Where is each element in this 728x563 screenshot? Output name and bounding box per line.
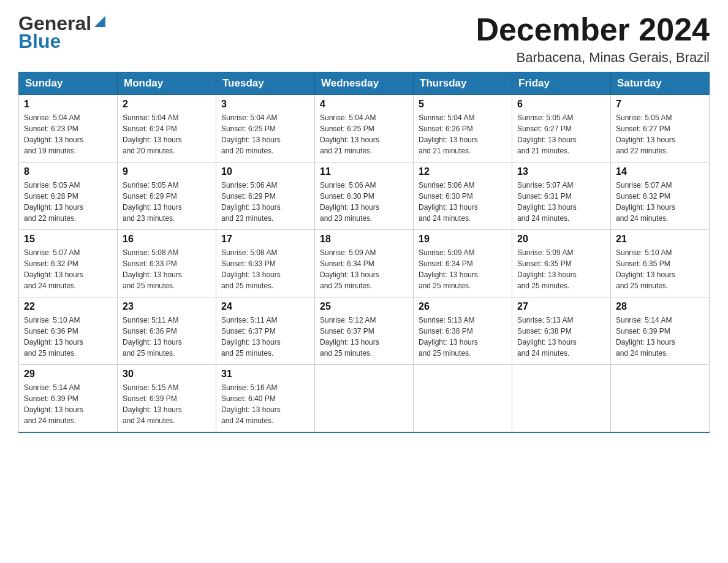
logo: General Blue [18,12,110,53]
day-number: 20 [517,234,605,245]
day-number: 12 [419,166,507,177]
day-info: Sunrise: 5:10 AM Sunset: 6:36 PM Dayligh… [24,315,112,359]
day-number: 9 [123,166,211,177]
calendar-cell: 31 Sunrise: 5:16 AM Sunset: 6:40 PM Dayl… [216,365,315,432]
calendar-cell: 26 Sunrise: 5:13 AM Sunset: 6:38 PM Dayl… [414,297,512,365]
day-info: Sunrise: 5:04 AM Sunset: 6:24 PM Dayligh… [123,112,211,156]
day-number: 5 [419,99,507,110]
day-info: Sunrise: 5:07 AM Sunset: 6:32 PM Dayligh… [616,180,704,224]
day-number: 22 [24,301,112,312]
calendar-cell: 19 Sunrise: 5:09 AM Sunset: 6:34 PM Dayl… [414,230,512,297]
calendar-cell: 7 Sunrise: 5:05 AM Sunset: 6:27 PM Dayli… [611,95,710,163]
logo-blue-text: Blue [18,30,107,53]
day-number: 28 [616,301,704,312]
day-header-saturday: Saturday [611,72,710,95]
calendar-cell: 17 Sunrise: 5:08 AM Sunset: 6:33 PM Dayl… [216,230,315,297]
calendar-cell [512,365,611,432]
day-number: 31 [221,369,309,380]
calendar-cell: 29 Sunrise: 5:14 AM Sunset: 6:39 PM Dayl… [19,365,118,432]
day-number: 21 [616,234,704,245]
calendar-cell: 2 Sunrise: 5:04 AM Sunset: 6:24 PM Dayli… [118,95,216,163]
day-number: 29 [24,369,112,380]
calendar-cell: 18 Sunrise: 5:09 AM Sunset: 6:34 PM Dayl… [315,230,414,297]
logo-icon: General Blue [18,12,107,53]
day-number: 26 [419,301,507,312]
month-title: December 2024 [476,12,710,47]
calendar-table: SundayMondayTuesdayWednesdayThursdayFrid… [18,72,710,433]
calendar-week-row: 1 Sunrise: 5:04 AM Sunset: 6:23 PM Dayli… [19,95,710,163]
page-header: General Blue December 2024 Barbacena, Mi… [18,12,710,66]
calendar-cell [315,365,414,432]
day-number: 24 [221,301,309,312]
day-header-monday: Monday [118,72,216,95]
day-info: Sunrise: 5:09 AM Sunset: 6:34 PM Dayligh… [320,247,408,291]
svg-marker-0 [94,16,105,27]
day-info: Sunrise: 5:10 AM Sunset: 6:35 PM Dayligh… [616,247,704,291]
calendar-week-row: 22 Sunrise: 5:10 AM Sunset: 6:36 PM Dayl… [19,297,710,365]
day-info: Sunrise: 5:08 AM Sunset: 6:33 PM Dayligh… [221,247,309,291]
day-info: Sunrise: 5:05 AM Sunset: 6:27 PM Dayligh… [616,112,704,156]
day-info: Sunrise: 5:09 AM Sunset: 6:35 PM Dayligh… [517,247,605,291]
day-info: Sunrise: 5:11 AM Sunset: 6:37 PM Dayligh… [221,315,309,359]
calendar-cell: 30 Sunrise: 5:15 AM Sunset: 6:39 PM Dayl… [118,365,216,432]
calendar-cell: 1 Sunrise: 5:04 AM Sunset: 6:23 PM Dayli… [19,95,118,163]
day-info: Sunrise: 5:08 AM Sunset: 6:33 PM Dayligh… [123,247,211,291]
calendar-cell: 3 Sunrise: 5:04 AM Sunset: 6:25 PM Dayli… [216,95,315,163]
day-info: Sunrise: 5:04 AM Sunset: 6:25 PM Dayligh… [221,112,309,156]
day-info: Sunrise: 5:14 AM Sunset: 6:39 PM Dayligh… [616,315,704,359]
calendar-cell: 28 Sunrise: 5:14 AM Sunset: 6:39 PM Dayl… [611,297,710,365]
calendar-cell: 4 Sunrise: 5:04 AM Sunset: 6:25 PM Dayli… [315,95,414,163]
calendar-cell: 20 Sunrise: 5:09 AM Sunset: 6:35 PM Dayl… [512,230,611,297]
day-info: Sunrise: 5:16 AM Sunset: 6:40 PM Dayligh… [221,382,309,426]
calendar-cell: 25 Sunrise: 5:12 AM Sunset: 6:37 PM Dayl… [315,297,414,365]
day-number: 11 [320,166,408,177]
calendar-cell [414,365,512,432]
day-info: Sunrise: 5:04 AM Sunset: 6:25 PM Dayligh… [320,112,408,156]
day-info: Sunrise: 5:05 AM Sunset: 6:29 PM Dayligh… [123,180,211,224]
calendar-week-row: 29 Sunrise: 5:14 AM Sunset: 6:39 PM Dayl… [19,365,710,432]
day-header-friday: Friday [512,72,611,95]
day-number: 14 [616,166,704,177]
day-number: 10 [221,166,309,177]
day-number: 6 [517,99,605,110]
day-header-thursday: Thursday [414,72,512,95]
calendar-cell: 24 Sunrise: 5:11 AM Sunset: 6:37 PM Dayl… [216,297,315,365]
calendar-cell: 13 Sunrise: 5:07 AM Sunset: 6:31 PM Dayl… [512,163,611,230]
calendar-cell: 22 Sunrise: 5:10 AM Sunset: 6:36 PM Dayl… [19,297,118,365]
calendar-cell: 6 Sunrise: 5:05 AM Sunset: 6:27 PM Dayli… [512,95,611,163]
calendar-cell: 11 Sunrise: 5:06 AM Sunset: 6:30 PM Dayl… [315,163,414,230]
calendar-week-row: 15 Sunrise: 5:07 AM Sunset: 6:32 PM Dayl… [19,230,710,297]
day-info: Sunrise: 5:13 AM Sunset: 6:38 PM Dayligh… [419,315,507,359]
day-number: 8 [24,166,112,177]
day-number: 18 [320,234,408,245]
calendar-cell: 8 Sunrise: 5:05 AM Sunset: 6:28 PM Dayli… [19,163,118,230]
day-info: Sunrise: 5:04 AM Sunset: 6:23 PM Dayligh… [24,112,112,156]
day-info: Sunrise: 5:05 AM Sunset: 6:28 PM Dayligh… [24,180,112,224]
day-info: Sunrise: 5:13 AM Sunset: 6:38 PM Dayligh… [517,315,605,359]
calendar-cell: 10 Sunrise: 5:06 AM Sunset: 6:29 PM Dayl… [216,163,315,230]
day-number: 4 [320,99,408,110]
day-number: 2 [123,99,211,110]
calendar-cell: 5 Sunrise: 5:04 AM Sunset: 6:26 PM Dayli… [414,95,512,163]
calendar-cell: 21 Sunrise: 5:10 AM Sunset: 6:35 PM Dayl… [611,230,710,297]
day-info: Sunrise: 5:09 AM Sunset: 6:34 PM Dayligh… [419,247,507,291]
day-number: 13 [517,166,605,177]
day-header-wednesday: Wednesday [315,72,414,95]
calendar-header-row: SundayMondayTuesdayWednesdayThursdayFrid… [19,72,710,95]
day-info: Sunrise: 5:07 AM Sunset: 6:32 PM Dayligh… [24,247,112,291]
day-info: Sunrise: 5:06 AM Sunset: 6:29 PM Dayligh… [221,180,309,224]
day-number: 30 [123,369,211,380]
calendar-week-row: 8 Sunrise: 5:05 AM Sunset: 6:28 PM Dayli… [19,163,710,230]
calendar-cell: 27 Sunrise: 5:13 AM Sunset: 6:38 PM Dayl… [512,297,611,365]
day-number: 27 [517,301,605,312]
day-number: 16 [123,234,211,245]
day-number: 1 [24,99,112,110]
calendar-cell: 15 Sunrise: 5:07 AM Sunset: 6:32 PM Dayl… [19,230,118,297]
day-number: 17 [221,234,309,245]
day-info: Sunrise: 5:15 AM Sunset: 6:39 PM Dayligh… [123,382,211,426]
calendar-cell: 12 Sunrise: 5:06 AM Sunset: 6:30 PM Dayl… [414,163,512,230]
calendar-cell: 23 Sunrise: 5:11 AM Sunset: 6:36 PM Dayl… [118,297,216,365]
day-header-sunday: Sunday [19,72,118,95]
calendar-cell: 9 Sunrise: 5:05 AM Sunset: 6:29 PM Dayli… [118,163,216,230]
day-number: 19 [419,234,507,245]
